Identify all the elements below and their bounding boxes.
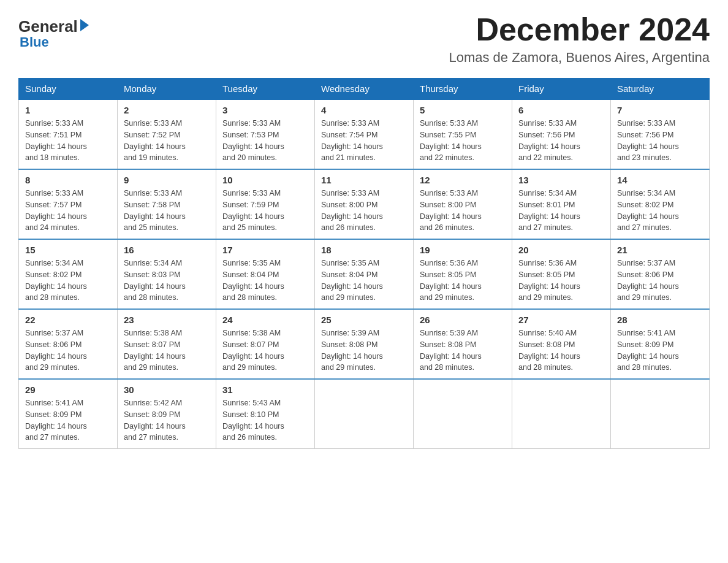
calendar-cell: 31Sunrise: 5:43 AMSunset: 8:10 PMDayligh… [216, 379, 315, 449]
title-area: December 2024 Lomas de Zamora, Buenos Ai… [449, 12, 710, 66]
calendar-cell: 24Sunrise: 5:38 AMSunset: 8:07 PMDayligh… [216, 309, 315, 379]
day-info: Sunrise: 5:33 AMSunset: 7:58 PMDaylight:… [124, 188, 210, 234]
calendar-cell: 1Sunrise: 5:33 AMSunset: 7:51 PMDaylight… [19, 99, 118, 169]
day-number: 23 [124, 315, 210, 325]
day-info: Sunrise: 5:38 AMSunset: 8:07 PMDaylight:… [124, 327, 210, 373]
calendar-cell: 10Sunrise: 5:33 AMSunset: 7:59 PMDayligh… [216, 169, 315, 239]
day-info: Sunrise: 5:38 AMSunset: 8:07 PMDaylight:… [222, 327, 308, 373]
col-friday: Friday [512, 79, 611, 100]
day-number: 29 [25, 385, 111, 395]
day-number: 1 [25, 105, 111, 115]
day-info: Sunrise: 5:33 AMSunset: 7:51 PMDaylight:… [25, 118, 111, 164]
calendar-cell: 28Sunrise: 5:41 AMSunset: 8:09 PMDayligh… [611, 309, 710, 379]
day-info: Sunrise: 5:36 AMSunset: 8:05 PMDaylight:… [518, 258, 604, 304]
day-info: Sunrise: 5:35 AMSunset: 8:04 PMDaylight:… [222, 258, 308, 304]
logo-general: General [18, 18, 89, 34]
calendar-cell: 8Sunrise: 5:33 AMSunset: 7:57 PMDaylight… [19, 169, 118, 239]
calendar-cell: 18Sunrise: 5:35 AMSunset: 8:04 PMDayligh… [315, 239, 414, 309]
calendar-cell: 30Sunrise: 5:42 AMSunset: 8:09 PMDayligh… [118, 379, 216, 449]
day-info: Sunrise: 5:33 AMSunset: 7:55 PMDaylight:… [420, 118, 506, 164]
day-number: 14 [617, 175, 703, 185]
day-number: 26 [420, 315, 506, 325]
week-row-2: 8Sunrise: 5:33 AMSunset: 7:57 PMDaylight… [19, 169, 710, 239]
day-number: 24 [222, 315, 308, 325]
day-number: 9 [124, 175, 210, 185]
day-info: Sunrise: 5:33 AMSunset: 8:00 PMDaylight:… [321, 188, 407, 234]
week-row-4: 22Sunrise: 5:37 AMSunset: 8:06 PMDayligh… [19, 309, 710, 379]
day-number: 11 [321, 175, 407, 185]
calendar-cell: 3Sunrise: 5:33 AMSunset: 7:53 PMDaylight… [216, 99, 315, 169]
calendar-table: Sunday Monday Tuesday Wednesday Thursday… [18, 78, 710, 449]
calendar-cell [414, 379, 512, 449]
day-number: 25 [321, 315, 407, 325]
calendar-cell [315, 379, 414, 449]
calendar-cell: 6Sunrise: 5:33 AMSunset: 7:56 PMDaylight… [512, 99, 611, 169]
day-info: Sunrise: 5:33 AMSunset: 7:54 PMDaylight:… [321, 118, 407, 164]
day-number: 10 [222, 175, 308, 185]
calendar-header-row: Sunday Monday Tuesday Wednesday Thursday… [19, 79, 710, 100]
day-number: 12 [420, 175, 506, 185]
day-number: 2 [124, 105, 210, 115]
day-info: Sunrise: 5:34 AMSunset: 8:01 PMDaylight:… [518, 188, 604, 234]
calendar-cell: 4Sunrise: 5:33 AMSunset: 7:54 PMDaylight… [315, 99, 414, 169]
day-number: 31 [222, 385, 308, 395]
month-title: December 2024 [449, 12, 710, 47]
day-number: 28 [617, 315, 703, 325]
calendar-cell: 23Sunrise: 5:38 AMSunset: 8:07 PMDayligh… [118, 309, 216, 379]
day-info: Sunrise: 5:37 AMSunset: 8:06 PMDaylight:… [617, 258, 703, 304]
calendar-cell: 11Sunrise: 5:33 AMSunset: 8:00 PMDayligh… [315, 169, 414, 239]
day-info: Sunrise: 5:33 AMSunset: 8:00 PMDaylight:… [420, 188, 506, 234]
day-info: Sunrise: 5:39 AMSunset: 8:08 PMDaylight:… [321, 327, 407, 373]
day-number: 15 [25, 245, 111, 255]
day-number: 3 [222, 105, 308, 115]
calendar-cell: 29Sunrise: 5:41 AMSunset: 8:09 PMDayligh… [19, 379, 118, 449]
day-number: 22 [25, 315, 111, 325]
day-number: 19 [420, 245, 506, 255]
logo: General Blue [18, 18, 89, 50]
week-row-1: 1Sunrise: 5:33 AMSunset: 7:51 PMDaylight… [19, 99, 710, 169]
day-info: Sunrise: 5:33 AMSunset: 7:57 PMDaylight:… [25, 188, 111, 234]
calendar-cell [611, 379, 710, 449]
location-title: Lomas de Zamora, Buenos Aires, Argentina [449, 50, 710, 66]
day-info: Sunrise: 5:34 AMSunset: 8:02 PMDaylight:… [617, 188, 703, 234]
day-info: Sunrise: 5:37 AMSunset: 8:06 PMDaylight:… [25, 327, 111, 373]
calendar-cell: 9Sunrise: 5:33 AMSunset: 7:58 PMDaylight… [118, 169, 216, 239]
week-row-5: 29Sunrise: 5:41 AMSunset: 8:09 PMDayligh… [19, 379, 710, 449]
calendar-cell: 15Sunrise: 5:34 AMSunset: 8:02 PMDayligh… [19, 239, 118, 309]
calendar-cell: 17Sunrise: 5:35 AMSunset: 8:04 PMDayligh… [216, 239, 315, 309]
calendar-cell: 13Sunrise: 5:34 AMSunset: 8:01 PMDayligh… [512, 169, 611, 239]
calendar-cell: 21Sunrise: 5:37 AMSunset: 8:06 PMDayligh… [611, 239, 710, 309]
day-number: 13 [518, 175, 604, 185]
page-header: General Blue December 2024 Lomas de Zamo… [18, 12, 710, 66]
day-info: Sunrise: 5:33 AMSunset: 7:56 PMDaylight:… [518, 118, 604, 164]
day-number: 21 [617, 245, 703, 255]
day-info: Sunrise: 5:33 AMSunset: 7:53 PMDaylight:… [222, 118, 308, 164]
day-info: Sunrise: 5:41 AMSunset: 8:09 PMDaylight:… [25, 397, 111, 443]
logo-blue: Blue [20, 34, 49, 50]
day-number: 5 [420, 105, 506, 115]
day-number: 4 [321, 105, 407, 115]
day-number: 6 [518, 105, 604, 115]
day-info: Sunrise: 5:33 AMSunset: 7:56 PMDaylight:… [617, 118, 703, 164]
day-info: Sunrise: 5:43 AMSunset: 8:10 PMDaylight:… [222, 397, 308, 443]
day-info: Sunrise: 5:35 AMSunset: 8:04 PMDaylight:… [321, 258, 407, 304]
day-info: Sunrise: 5:39 AMSunset: 8:08 PMDaylight:… [420, 327, 506, 373]
day-info: Sunrise: 5:34 AMSunset: 8:02 PMDaylight:… [25, 258, 111, 304]
day-info: Sunrise: 5:33 AMSunset: 7:52 PMDaylight:… [124, 118, 210, 164]
calendar-cell: 5Sunrise: 5:33 AMSunset: 7:55 PMDaylight… [414, 99, 512, 169]
calendar-cell: 20Sunrise: 5:36 AMSunset: 8:05 PMDayligh… [512, 239, 611, 309]
calendar-cell [512, 379, 611, 449]
calendar-cell: 16Sunrise: 5:34 AMSunset: 8:03 PMDayligh… [118, 239, 216, 309]
day-info: Sunrise: 5:41 AMSunset: 8:09 PMDaylight:… [617, 327, 703, 373]
col-wednesday: Wednesday [315, 79, 414, 100]
calendar-cell: 14Sunrise: 5:34 AMSunset: 8:02 PMDayligh… [611, 169, 710, 239]
day-info: Sunrise: 5:40 AMSunset: 8:08 PMDaylight:… [518, 327, 604, 373]
col-tuesday: Tuesday [216, 79, 315, 100]
day-number: 17 [222, 245, 308, 255]
day-number: 18 [321, 245, 407, 255]
day-info: Sunrise: 5:36 AMSunset: 8:05 PMDaylight:… [420, 258, 506, 304]
week-row-3: 15Sunrise: 5:34 AMSunset: 8:02 PMDayligh… [19, 239, 710, 309]
day-info: Sunrise: 5:33 AMSunset: 7:59 PMDaylight:… [222, 188, 308, 234]
calendar-cell: 19Sunrise: 5:36 AMSunset: 8:05 PMDayligh… [414, 239, 512, 309]
col-thursday: Thursday [414, 79, 512, 100]
